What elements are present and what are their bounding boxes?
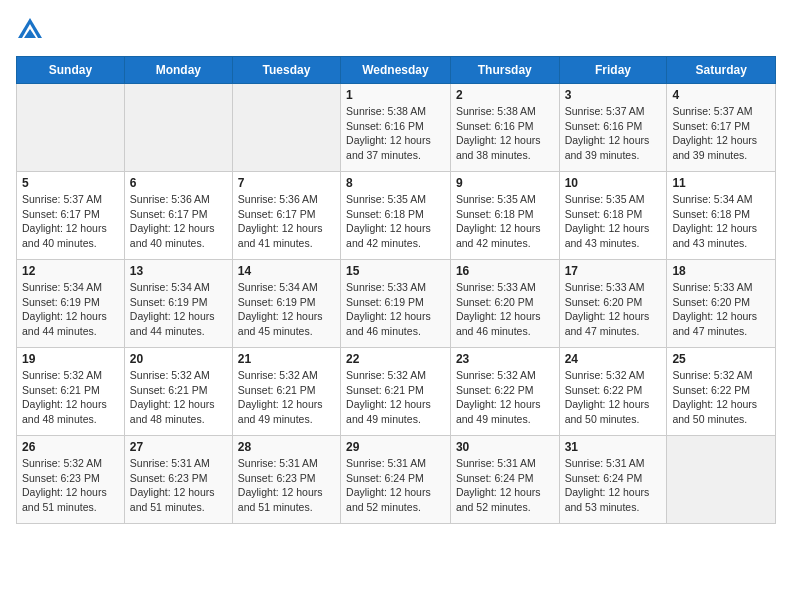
day-number: 15 (346, 264, 445, 278)
day-number: 5 (22, 176, 119, 190)
weekday-header-wednesday: Wednesday (341, 57, 451, 84)
calendar-day-7: 7Sunrise: 5:36 AM Sunset: 6:17 PM Daylig… (232, 172, 340, 260)
page-header (16, 16, 776, 44)
calendar-day-22: 22Sunrise: 5:32 AM Sunset: 6:21 PM Dayli… (341, 348, 451, 436)
calendar-day-27: 27Sunrise: 5:31 AM Sunset: 6:23 PM Dayli… (124, 436, 232, 524)
calendar-day-11: 11Sunrise: 5:34 AM Sunset: 6:18 PM Dayli… (667, 172, 776, 260)
day-number: 19 (22, 352, 119, 366)
calendar-day-18: 18Sunrise: 5:33 AM Sunset: 6:20 PM Dayli… (667, 260, 776, 348)
calendar-day-26: 26Sunrise: 5:32 AM Sunset: 6:23 PM Dayli… (17, 436, 125, 524)
day-number: 29 (346, 440, 445, 454)
day-number: 13 (130, 264, 227, 278)
day-number: 27 (130, 440, 227, 454)
calendar-day-3: 3Sunrise: 5:37 AM Sunset: 6:16 PM Daylig… (559, 84, 667, 172)
weekday-header-sunday: Sunday (17, 57, 125, 84)
day-number: 6 (130, 176, 227, 190)
calendar-day-14: 14Sunrise: 5:34 AM Sunset: 6:19 PM Dayli… (232, 260, 340, 348)
day-info: Sunrise: 5:31 AM Sunset: 6:23 PM Dayligh… (238, 456, 335, 515)
day-number: 17 (565, 264, 662, 278)
day-number: 12 (22, 264, 119, 278)
weekday-header-friday: Friday (559, 57, 667, 84)
calendar-day-12: 12Sunrise: 5:34 AM Sunset: 6:19 PM Dayli… (17, 260, 125, 348)
day-info: Sunrise: 5:31 AM Sunset: 6:23 PM Dayligh… (130, 456, 227, 515)
day-info: Sunrise: 5:32 AM Sunset: 6:22 PM Dayligh… (456, 368, 554, 427)
calendar-day-empty (124, 84, 232, 172)
day-info: Sunrise: 5:36 AM Sunset: 6:17 PM Dayligh… (238, 192, 335, 251)
day-number: 30 (456, 440, 554, 454)
day-number: 14 (238, 264, 335, 278)
weekday-header-saturday: Saturday (667, 57, 776, 84)
day-info: Sunrise: 5:34 AM Sunset: 6:19 PM Dayligh… (22, 280, 119, 339)
day-number: 4 (672, 88, 770, 102)
day-info: Sunrise: 5:34 AM Sunset: 6:19 PM Dayligh… (238, 280, 335, 339)
calendar-body: 1Sunrise: 5:38 AM Sunset: 6:16 PM Daylig… (17, 84, 776, 524)
calendar-day-23: 23Sunrise: 5:32 AM Sunset: 6:22 PM Dayli… (450, 348, 559, 436)
day-info: Sunrise: 5:32 AM Sunset: 6:21 PM Dayligh… (130, 368, 227, 427)
calendar-day-empty (17, 84, 125, 172)
day-number: 22 (346, 352, 445, 366)
day-info: Sunrise: 5:34 AM Sunset: 6:19 PM Dayligh… (130, 280, 227, 339)
calendar-week-row: 5Sunrise: 5:37 AM Sunset: 6:17 PM Daylig… (17, 172, 776, 260)
day-number: 16 (456, 264, 554, 278)
day-info: Sunrise: 5:36 AM Sunset: 6:17 PM Dayligh… (130, 192, 227, 251)
calendar-day-empty (667, 436, 776, 524)
calendar-week-row: 1Sunrise: 5:38 AM Sunset: 6:16 PM Daylig… (17, 84, 776, 172)
day-info: Sunrise: 5:32 AM Sunset: 6:21 PM Dayligh… (346, 368, 445, 427)
day-number: 26 (22, 440, 119, 454)
calendar-day-13: 13Sunrise: 5:34 AM Sunset: 6:19 PM Dayli… (124, 260, 232, 348)
day-info: Sunrise: 5:31 AM Sunset: 6:24 PM Dayligh… (565, 456, 662, 515)
day-number: 8 (346, 176, 445, 190)
day-number: 24 (565, 352, 662, 366)
calendar-day-25: 25Sunrise: 5:32 AM Sunset: 6:22 PM Dayli… (667, 348, 776, 436)
logo (16, 16, 48, 44)
logo-icon (16, 16, 44, 44)
day-number: 2 (456, 88, 554, 102)
calendar-day-1: 1Sunrise: 5:38 AM Sunset: 6:16 PM Daylig… (341, 84, 451, 172)
calendar-week-row: 12Sunrise: 5:34 AM Sunset: 6:19 PM Dayli… (17, 260, 776, 348)
weekday-header-tuesday: Tuesday (232, 57, 340, 84)
day-number: 1 (346, 88, 445, 102)
day-info: Sunrise: 5:33 AM Sunset: 6:20 PM Dayligh… (456, 280, 554, 339)
day-info: Sunrise: 5:33 AM Sunset: 6:19 PM Dayligh… (346, 280, 445, 339)
day-info: Sunrise: 5:32 AM Sunset: 6:22 PM Dayligh… (672, 368, 770, 427)
day-info: Sunrise: 5:32 AM Sunset: 6:21 PM Dayligh… (238, 368, 335, 427)
calendar-day-20: 20Sunrise: 5:32 AM Sunset: 6:21 PM Dayli… (124, 348, 232, 436)
calendar-day-10: 10Sunrise: 5:35 AM Sunset: 6:18 PM Dayli… (559, 172, 667, 260)
day-number: 18 (672, 264, 770, 278)
day-number: 31 (565, 440, 662, 454)
calendar-day-24: 24Sunrise: 5:32 AM Sunset: 6:22 PM Dayli… (559, 348, 667, 436)
day-info: Sunrise: 5:31 AM Sunset: 6:24 PM Dayligh… (346, 456, 445, 515)
calendar-day-6: 6Sunrise: 5:36 AM Sunset: 6:17 PM Daylig… (124, 172, 232, 260)
calendar-week-row: 26Sunrise: 5:32 AM Sunset: 6:23 PM Dayli… (17, 436, 776, 524)
day-info: Sunrise: 5:33 AM Sunset: 6:20 PM Dayligh… (565, 280, 662, 339)
calendar-week-row: 19Sunrise: 5:32 AM Sunset: 6:21 PM Dayli… (17, 348, 776, 436)
day-info: Sunrise: 5:38 AM Sunset: 6:16 PM Dayligh… (456, 104, 554, 163)
day-number: 28 (238, 440, 335, 454)
day-info: Sunrise: 5:31 AM Sunset: 6:24 PM Dayligh… (456, 456, 554, 515)
calendar-day-5: 5Sunrise: 5:37 AM Sunset: 6:17 PM Daylig… (17, 172, 125, 260)
day-number: 25 (672, 352, 770, 366)
day-info: Sunrise: 5:37 AM Sunset: 6:17 PM Dayligh… (672, 104, 770, 163)
day-info: Sunrise: 5:35 AM Sunset: 6:18 PM Dayligh… (346, 192, 445, 251)
day-number: 7 (238, 176, 335, 190)
day-number: 11 (672, 176, 770, 190)
day-number: 20 (130, 352, 227, 366)
day-info: Sunrise: 5:32 AM Sunset: 6:22 PM Dayligh… (565, 368, 662, 427)
calendar-day-9: 9Sunrise: 5:35 AM Sunset: 6:18 PM Daylig… (450, 172, 559, 260)
calendar-day-31: 31Sunrise: 5:31 AM Sunset: 6:24 PM Dayli… (559, 436, 667, 524)
day-info: Sunrise: 5:34 AM Sunset: 6:18 PM Dayligh… (672, 192, 770, 251)
weekday-header-thursday: Thursday (450, 57, 559, 84)
day-info: Sunrise: 5:37 AM Sunset: 6:16 PM Dayligh… (565, 104, 662, 163)
calendar-header: SundayMondayTuesdayWednesdayThursdayFrid… (17, 57, 776, 84)
calendar-day-29: 29Sunrise: 5:31 AM Sunset: 6:24 PM Dayli… (341, 436, 451, 524)
day-info: Sunrise: 5:35 AM Sunset: 6:18 PM Dayligh… (456, 192, 554, 251)
calendar-day-17: 17Sunrise: 5:33 AM Sunset: 6:20 PM Dayli… (559, 260, 667, 348)
calendar-day-21: 21Sunrise: 5:32 AM Sunset: 6:21 PM Dayli… (232, 348, 340, 436)
day-info: Sunrise: 5:37 AM Sunset: 6:17 PM Dayligh… (22, 192, 119, 251)
day-number: 10 (565, 176, 662, 190)
weekday-header-monday: Monday (124, 57, 232, 84)
calendar-day-16: 16Sunrise: 5:33 AM Sunset: 6:20 PM Dayli… (450, 260, 559, 348)
weekday-header-row: SundayMondayTuesdayWednesdayThursdayFrid… (17, 57, 776, 84)
day-info: Sunrise: 5:38 AM Sunset: 6:16 PM Dayligh… (346, 104, 445, 163)
calendar-day-2: 2Sunrise: 5:38 AM Sunset: 6:16 PM Daylig… (450, 84, 559, 172)
